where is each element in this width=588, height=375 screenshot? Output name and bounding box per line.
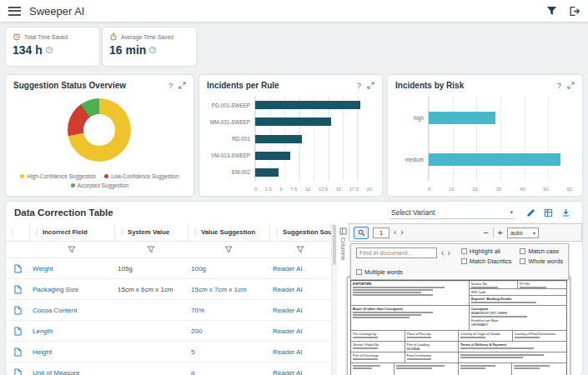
chart-legend: High-Confidence SuggestionLow-Confidence… xyxy=(6,172,193,190)
table-row[interactable]: Weight 105g 100g Reader AI xyxy=(6,258,331,279)
donut-chart[interactable] xyxy=(68,98,131,162)
find-toggle-button[interactable] xyxy=(354,227,369,239)
logout-icon[interactable] xyxy=(569,6,580,17)
expand-icon[interactable] xyxy=(567,82,575,89)
find-bar: Find in document... ‹ › Highlight all Ma… xyxy=(350,243,569,280)
cell-value-suggestion[interactable]: g xyxy=(188,369,269,375)
cell-suggestion-source[interactable]: Reader AI xyxy=(269,307,331,314)
table-row[interactable]: Unit of Measure g Reader AI xyxy=(6,362,331,375)
info-icon[interactable]: ? xyxy=(46,47,53,53)
cell-incorrect-field[interactable]: Height xyxy=(29,348,114,356)
checkbox-box[interactable] xyxy=(461,248,467,254)
kpi-tile-total-time-saved[interactable]: Total Time Saved 134 h ? xyxy=(6,28,99,66)
cell-value-suggestion[interactable]: 70% xyxy=(188,307,269,314)
legend-dot xyxy=(20,174,24,178)
kpi-tile-average-time-saved[interactable]: Average Time Saved 16 min ? xyxy=(103,28,196,66)
invoice-label: Final Destination xyxy=(407,353,457,358)
invoice-label: Place of Receipt xyxy=(407,332,457,336)
scrollbar-thumb[interactable] xyxy=(333,225,336,265)
search-icon xyxy=(358,229,365,237)
expand-icon[interactable] xyxy=(178,82,186,89)
invoice-value: MUMBAI xyxy=(407,347,457,351)
legend-item[interactable]: Accepted Suggestion xyxy=(71,181,128,190)
invoice-label: Port of Discharge xyxy=(353,353,403,358)
cell-suggestion-source[interactable]: Reader AI xyxy=(269,369,331,375)
filter-icon[interactable] xyxy=(296,246,304,253)
find-next-button[interactable]: › xyxy=(447,249,450,258)
cell-value-suggestion[interactable]: 100g xyxy=(188,265,269,272)
filter-icon[interactable] xyxy=(224,246,233,253)
column-header-system-value[interactable]: ⋮System Value xyxy=(114,223,188,241)
column-header-incorrect-field[interactable]: ⋮Incorrect Field xyxy=(29,223,114,241)
zoom-out-button[interactable]: − xyxy=(483,228,488,238)
info-icon[interactable]: ? xyxy=(149,47,156,53)
cell-incorrect-field[interactable]: Packaging Size xyxy=(29,286,114,293)
expand-icon[interactable] xyxy=(367,82,374,89)
checkbox-box[interactable] xyxy=(461,258,467,264)
find-input[interactable]: Find in document... xyxy=(356,248,437,258)
zoom-select[interactable]: auto ▾ xyxy=(507,228,539,238)
download-icon[interactable] xyxy=(561,208,570,218)
document-icon[interactable] xyxy=(14,327,22,336)
checkbox-box[interactable] xyxy=(520,258,525,264)
find-previous-button[interactable]: ‹ xyxy=(441,249,444,258)
cell-suggestion-source[interactable]: Reader AI xyxy=(269,348,331,356)
column-header-value-suggestion[interactable]: ⋮Value Suggestion xyxy=(188,223,269,241)
match-diacritics-checkbox[interactable]: Match Diacritics xyxy=(461,258,512,265)
variant-select[interactable]: Select Variant ▾ xyxy=(389,207,515,219)
edit-icon[interactable] xyxy=(526,208,535,218)
bar[interactable] xyxy=(429,112,495,124)
multiple-words-checkbox[interactable]: Multiple words xyxy=(356,268,563,276)
cell-suggestion-source[interactable]: Reader AI xyxy=(269,328,331,335)
table-row[interactable]: Length 200 Reader AI xyxy=(6,321,331,342)
cell-incorrect-field[interactable]: Weight xyxy=(29,265,114,272)
table-settings-icon[interactable] xyxy=(544,208,553,218)
bar[interactable] xyxy=(255,101,360,109)
checkbox-box[interactable] xyxy=(356,269,362,275)
document-icon[interactable] xyxy=(14,348,22,357)
document-icon[interactable] xyxy=(14,264,22,273)
filter-icon[interactable] xyxy=(68,246,76,253)
bar[interactable] xyxy=(255,168,279,177)
document-icon[interactable] xyxy=(14,285,22,294)
previous-page-button[interactable]: ‹ xyxy=(394,228,396,237)
menu-icon[interactable] xyxy=(8,7,21,16)
cell-value-suggestion[interactable]: 200 xyxy=(188,328,269,335)
whole-words-checkbox[interactable]: Whole words xyxy=(520,258,563,265)
help-icon[interactable]: ? xyxy=(557,82,561,90)
cell-value-suggestion[interactable]: 15cm x 7cm x 1cm xyxy=(188,286,269,293)
next-page-button[interactable]: › xyxy=(400,228,403,237)
chevron-down-icon: ▾ xyxy=(510,209,513,216)
cell-suggestion-source[interactable]: Reader AI xyxy=(269,286,331,293)
table-row[interactable]: Height 5 Reader AI xyxy=(6,342,331,362)
cell-incorrect-field[interactable]: Unit of Measure xyxy=(29,369,114,375)
legend-item[interactable]: Low-Confidence Suggestion xyxy=(104,172,178,181)
column-header-suggestion-source[interactable]: ⋮Suggestion Source xyxy=(269,223,331,241)
match-case-checkbox[interactable]: Match case xyxy=(520,248,563,255)
pdf-document-page[interactable]: EXPORTER: Invoice No PO No IRN Code xyxy=(347,277,570,375)
help-icon[interactable]: ? xyxy=(357,82,361,90)
table-row[interactable]: Cocoa Content 70% Reader AI xyxy=(6,300,331,321)
filter-icon[interactable] xyxy=(147,246,155,253)
bar[interactable] xyxy=(429,153,560,166)
page-number-input[interactable]: 1 xyxy=(373,228,389,238)
document-icon[interactable] xyxy=(14,368,22,375)
table-scrollbar[interactable] xyxy=(331,223,337,375)
table-row[interactable]: Packaging Size 15cm x 6cm x 1cm 15cm x 7… xyxy=(6,279,331,300)
columns-side-tab[interactable]: Columns xyxy=(337,225,349,261)
zoom-in-button[interactable]: + xyxy=(498,228,503,238)
cell-incorrect-field[interactable]: Cocoa Content xyxy=(29,307,114,314)
highlight-all-checkbox[interactable]: Highlight all xyxy=(461,248,512,255)
filter-icon[interactable] xyxy=(546,6,557,17)
checkbox-box[interactable] xyxy=(520,248,525,254)
cell-incorrect-field[interactable]: Length xyxy=(29,328,114,335)
document-icon[interactable] xyxy=(14,306,22,315)
bar[interactable] xyxy=(255,152,290,160)
cell-value-suggestion[interactable]: 5 xyxy=(188,348,269,356)
help-icon[interactable]: ? xyxy=(168,82,173,90)
cell-suggestion-source[interactable]: Reader AI xyxy=(269,265,331,272)
legend-item[interactable]: High-Confidence Suggestion xyxy=(20,172,96,181)
column-header-icons[interactable]: ⋮ xyxy=(6,223,29,241)
bar[interactable] xyxy=(255,135,302,143)
bar[interactable] xyxy=(255,118,331,126)
